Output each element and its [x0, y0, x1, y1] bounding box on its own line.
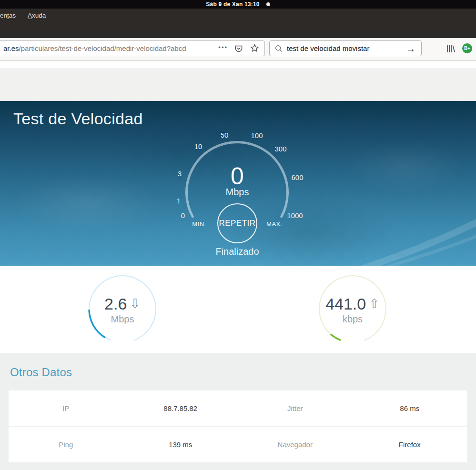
gauge-tick-0: 0	[181, 211, 185, 220]
recording-indicator-icon	[266, 2, 270, 6]
gauge-min-label: MIN.	[192, 220, 206, 228]
other-data-table: IP 88.7.85.82 Jitter 86 ms Ping 139 ms N…	[9, 390, 467, 462]
upload-unit: kbps	[343, 314, 363, 325]
results-section: 2.6 ⇩ Mbps 441.0 ⇧ kbps	[0, 266, 476, 353]
other-data-section: Otros Datos IP 88.7.85.82 Jitter 86 ms P…	[0, 353, 476, 470]
url-text[interactable]: ar.es/particulares/test-de-velocidad/med…	[3, 44, 214, 52]
test-status-text: Finalizado	[215, 246, 259, 257]
jitter-label: Jitter	[238, 404, 353, 412]
gauge-tick-3: 3	[178, 170, 182, 178]
upload-value: 441.0	[325, 295, 366, 313]
other-data-title: Otros Datos	[10, 366, 72, 379]
page-title: Test de Velocidad	[13, 110, 143, 128]
menu-item-help[interactable]: Axuda	[28, 12, 46, 19]
search-bar[interactable]: →	[269, 40, 422, 56]
system-top-bar: Sáb 9 de Xan 13:10	[0, 0, 476, 9]
browser-label: Navegador	[238, 440, 353, 449]
search-go-icon[interactable]: →	[405, 44, 416, 53]
browser-toolbar: ar.es/particulares/test-de-velocidad/med…	[0, 38, 476, 61]
extension-badge-icon[interactable]: B+	[462, 43, 472, 53]
gauge-tick-600: 600	[291, 173, 303, 181]
pocket-icon[interactable]	[234, 44, 243, 53]
bookmark-star-icon[interactable]	[250, 43, 260, 53]
address-bar[interactable]: ar.es/particulares/test-de-velocidad/med…	[0, 40, 265, 56]
page-header-band	[0, 69, 476, 101]
search-input[interactable]	[287, 44, 405, 52]
speedtest-banner: Test de Velocidad 0 1 3 10 50 100 300 60…	[0, 101, 476, 266]
gauge-tick-1: 1	[177, 197, 181, 205]
screen: Sáb 9 de Xan 13:10 entas Axuda ar.es/par…	[0, 0, 476, 470]
url-path: /particulares/test-de-velocidad/medir-ve…	[19, 44, 186, 52]
upload-result-gauge: 441.0 ⇧ kbps	[318, 275, 387, 343]
ping-value: 139 ms	[123, 440, 238, 449]
gauge-tick-10: 10	[194, 142, 203, 150]
page-actions-icon[interactable]: •••	[218, 44, 228, 52]
page-white-strip	[0, 61, 476, 69]
upload-arrow-icon: ⇧	[369, 298, 380, 310]
browser-value: Firefox	[353, 440, 467, 449]
system-clock[interactable]: Sáb 9 de Xan 13:10	[206, 1, 259, 8]
gauge-current-value: 0	[231, 162, 244, 190]
download-value: 2.6	[104, 295, 127, 313]
url-domain: ar.es	[3, 44, 19, 52]
gauge-tick-300: 300	[274, 145, 286, 153]
library-icon[interactable]	[446, 44, 456, 53]
ping-label: Ping	[9, 440, 123, 449]
download-unit: Mbps	[111, 314, 134, 325]
ip-label: IP	[9, 404, 123, 412]
gauge-tick-50: 50	[221, 131, 229, 139]
download-arrow-icon: ⇩	[130, 298, 141, 310]
repeat-test-button[interactable]: REPETIR	[217, 203, 257, 243]
ip-value: 88.7.85.82	[123, 404, 238, 412]
search-icon	[274, 44, 283, 53]
download-result-gauge: 2.6 ⇩ Mbps	[88, 275, 157, 343]
gauge-tick-1000: 1000	[287, 211, 303, 220]
jitter-value: 86 ms	[353, 404, 467, 412]
gauge-current-unit: Mbps	[226, 187, 249, 198]
gauge-max-label: MAX.	[266, 220, 283, 228]
table-row: IP 88.7.85.82 Jitter 86 ms	[9, 390, 467, 427]
gauge-tick-100: 100	[251, 131, 263, 140]
browser-menu-bar: entas Axuda	[0, 9, 476, 38]
menu-item-tools[interactable]: entas	[0, 12, 16, 19]
table-row: Ping 139 ms Navegador Firefox	[9, 427, 467, 462]
